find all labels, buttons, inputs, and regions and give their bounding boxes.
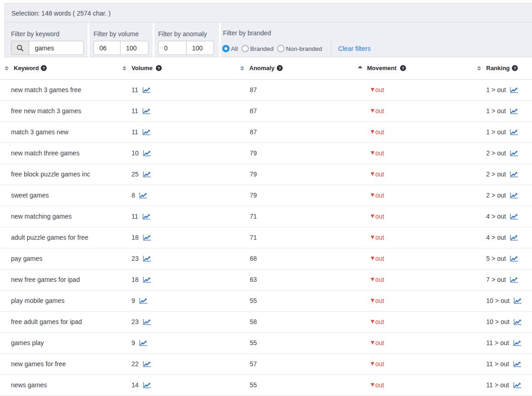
svg-text:?: ?	[402, 66, 405, 71]
svg-text:?: ?	[514, 66, 516, 71]
svg-text:?: ?	[279, 66, 281, 71]
svg-text:?: ?	[43, 66, 45, 71]
svg-text:?: ?	[158, 66, 160, 71]
